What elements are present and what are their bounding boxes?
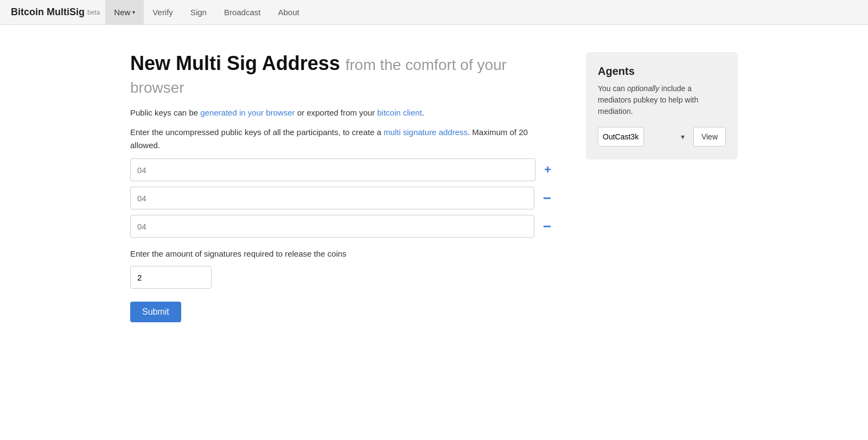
agent-select[interactable]: OutCast3k [598,127,644,146]
agents-panel: Agents You can optionally include a medi… [586,52,738,160]
submit-button[interactable]: Submit [130,302,181,322]
remove-pubkey-button-2[interactable]: − [541,191,553,205]
view-agent-button[interactable]: View [693,127,726,146]
agent-select-wrapper: OutCast3k [598,127,689,146]
pubkey-row-3: − [130,215,553,238]
nav-item-broadcast[interactable]: Broadcast [215,0,270,24]
nav-item-sign[interactable]: Sign [182,0,215,24]
pubkey-input-1[interactable] [130,158,535,181]
navbar: Bitcoin MultiSig beta New ▾ Verify Sign … [0,0,868,25]
content-area: New Multi Sig Address from the comfort o… [130,52,553,322]
brand-beta: beta [87,9,100,16]
panel-title: Agents [598,65,726,78]
client-link[interactable]: bitcoin client [377,108,422,117]
remove-pubkey-button-3[interactable]: − [541,219,553,233]
pubkey-row-2: − [130,187,553,209]
nav-item-about[interactable]: About [269,0,308,24]
chevron-down-icon: ▾ [132,9,135,15]
agent-select-row: OutCast3k View [598,127,726,146]
browser-link[interactable]: generated in your browser [200,108,295,117]
pubkey-row-1: + [130,158,553,181]
pubkey-input-2[interactable] [130,187,534,209]
optionally-text: optionally [627,84,659,93]
add-pubkey-button[interactable]: + [542,164,553,176]
panel-description: You can optionally include a mediators p… [598,83,726,117]
nav-items: New ▾ Verify Sign Broadcast About [105,0,308,24]
page-title: New Multi Sig Address from the comfort o… [130,52,553,98]
brand: Bitcoin MultiSig beta [11,0,100,24]
nav-item-new[interactable]: New ▾ [105,0,144,24]
sig-label: Enter the amount of signatures required … [130,247,553,260]
description-1: Public keys can be generated in your bro… [130,106,553,119]
brand-name: Bitcoin MultiSig [11,7,85,18]
description-2: Enter the uncompressed public keys of al… [130,126,553,152]
pubkey-input-3[interactable] [130,215,534,238]
main-container: New Multi Sig Address from the comfort o… [108,52,760,322]
nav-item-verify[interactable]: Verify [144,0,182,24]
multisig-link[interactable]: multi signature address [384,127,468,137]
signatures-input[interactable] [130,266,212,289]
